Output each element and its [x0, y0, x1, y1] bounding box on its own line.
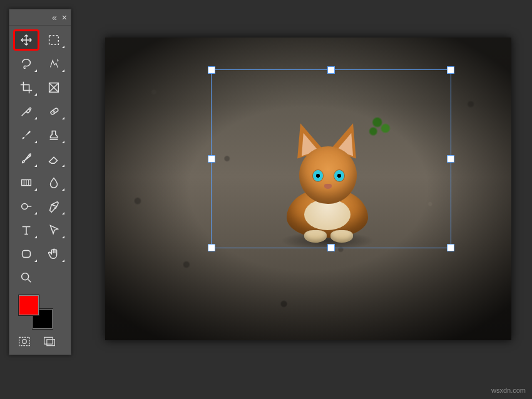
shape-tool[interactable]	[14, 245, 38, 263]
watermark-text: wsxdn.com	[491, 386, 526, 394]
close-icon[interactable]: ×	[62, 13, 67, 23]
transform-handle-w[interactable]	[208, 155, 215, 163]
tools-panel: « ×	[9, 9, 71, 355]
quick-mask-icon[interactable]	[18, 336, 31, 350]
quick-select-tool[interactable]	[42, 54, 66, 73]
transform-handle-nw[interactable]	[208, 66, 215, 74]
path-select-tool[interactable]	[42, 221, 66, 240]
move-tool[interactable]	[14, 31, 38, 49]
lasso-tool[interactable]	[14, 54, 38, 73]
brush-tool[interactable]	[14, 126, 38, 144]
tool-grid	[9, 26, 71, 291]
hand-tool[interactable]	[42, 245, 66, 263]
svg-rect-11	[47, 340, 55, 346]
healing-tool[interactable]	[42, 102, 66, 121]
transform-handle-ne[interactable]	[447, 66, 454, 74]
svg-point-9	[23, 340, 27, 344]
svg-point-7	[22, 273, 29, 280]
svg-rect-0	[49, 36, 59, 45]
transform-handle-s[interactable]	[327, 244, 335, 251]
stamp-tool[interactable]	[42, 126, 66, 144]
svg-point-3	[30, 154, 31, 155]
canvas-image	[105, 38, 511, 340]
svg-rect-10	[44, 337, 53, 344]
transform-handle-n[interactable]	[327, 66, 335, 74]
eraser-tool[interactable]	[42, 149, 66, 168]
transform-handle-e[interactable]	[447, 155, 454, 163]
zoom-tool[interactable]	[14, 268, 38, 287]
color-swatches	[18, 295, 71, 332]
transform-handle-se[interactable]	[447, 244, 454, 251]
type-tool[interactable]	[14, 221, 38, 240]
marquee-tool[interactable]	[42, 31, 66, 49]
crop-tool[interactable]	[14, 78, 38, 97]
frame-tool[interactable]	[42, 78, 66, 97]
svg-rect-6	[23, 251, 31, 258]
svg-point-5	[22, 203, 28, 209]
gradient-tool[interactable]	[14, 173, 38, 192]
history-brush-tool[interactable]	[14, 149, 38, 168]
tools-panel-header: « ×	[9, 9, 71, 26]
dodge-tool[interactable]	[14, 197, 38, 216]
blur-tool[interactable]	[42, 173, 66, 192]
transform-handle-sw[interactable]	[208, 244, 215, 251]
screen-mode-icon[interactable]	[43, 336, 56, 350]
pen-tool[interactable]	[42, 197, 66, 216]
kitten-subject	[274, 119, 381, 244]
document-canvas[interactable]	[105, 38, 511, 340]
eyedropper-tool[interactable]	[14, 102, 38, 121]
tools-panel-footer	[9, 335, 71, 350]
svg-rect-8	[19, 337, 30, 345]
collapse-icon[interactable]: «	[52, 13, 57, 23]
foreground-color-swatch[interactable]	[18, 295, 39, 316]
